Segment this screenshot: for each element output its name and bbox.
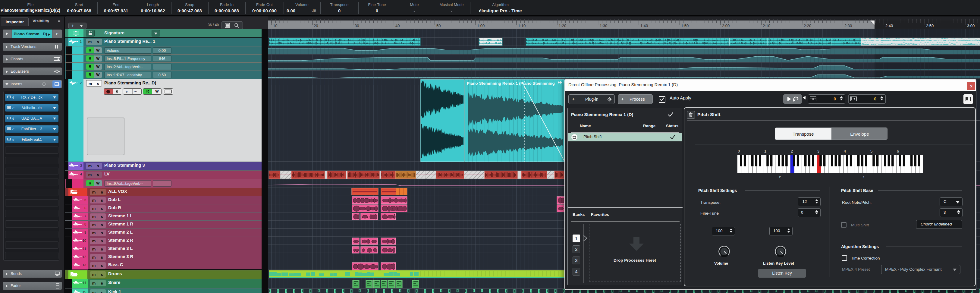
svg-text:1:30: 1:30 (600, 24, 607, 28)
svg-text:4: 4 (844, 149, 846, 153)
svg-text:1: 1 (764, 149, 766, 153)
svg-text:10: 10 (273, 24, 277, 28)
svg-text:2:40: 2:40 (885, 24, 893, 28)
svg-text:2:00: 2:00 (722, 24, 730, 28)
svg-text:2:20: 2:20 (804, 24, 811, 28)
svg-text:30: 30 (355, 24, 359, 28)
svg-text:1:50: 1:50 (681, 24, 689, 28)
svg-text:-: - (791, 176, 792, 179)
svg-text:1:10: 1:10 (518, 24, 525, 28)
svg-text:1: 1 (863, 176, 865, 179)
svg-text:Piano Stemmning Remix 1 (Piano: Piano Stemmning Remix 1 (Piano Stemmning (467, 81, 555, 86)
svg-text:5: 5 (870, 149, 872, 153)
svg-text:20: 20 (314, 24, 318, 28)
svg-text:3: 3 (817, 149, 819, 153)
svg-text:1:40: 1:40 (640, 24, 648, 28)
svg-text:2:30: 2:30 (845, 24, 852, 28)
svg-text:2: 2 (791, 149, 793, 153)
svg-text:50: 50 (436, 24, 441, 28)
svg-text:r: r (779, 176, 781, 179)
svg-text:3:00: 3:00 (967, 24, 975, 28)
svg-text:2:10: 2:10 (763, 24, 770, 28)
svg-text:40: 40 (395, 24, 399, 28)
svg-text:2:50: 2:50 (926, 24, 934, 28)
svg-text:1:00: 1:00 (477, 24, 485, 28)
svg-text:6: 6 (897, 149, 899, 153)
svg-text:1:20: 1:20 (559, 24, 566, 28)
svg-text:0: 0 (738, 149, 740, 153)
